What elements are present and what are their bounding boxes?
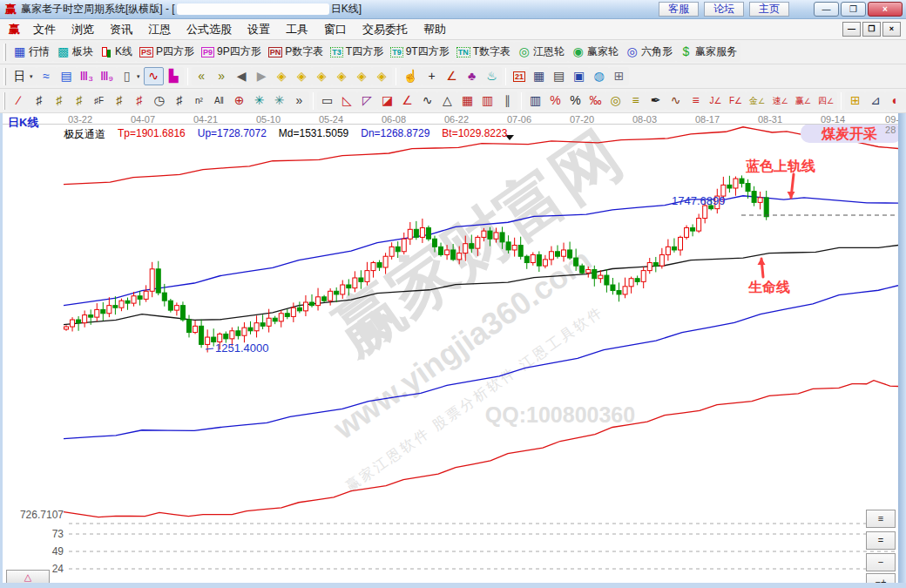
bars3-tool[interactable]: Ⅲ₃: [77, 67, 97, 85]
yellow-grid-button[interactable]: ⊞: [845, 91, 865, 110]
overflow-chevron[interactable]: »: [289, 91, 309, 110]
brush-tool[interactable]: ∕: [9, 91, 29, 110]
j-angle-tool[interactable]: J∠: [706, 91, 726, 110]
gold-level-tool[interactable]: ≡: [625, 91, 646, 110]
star-grid-tool[interactable]: ✳: [269, 91, 289, 110]
menu-item-1[interactable]: 浏览: [64, 19, 102, 40]
calculator-button[interactable]: ▦: [529, 67, 549, 85]
zigzag-draw-tool[interactable]: ∿: [417, 91, 437, 110]
candle-style-selector[interactable]: ▯▾: [117, 67, 144, 85]
fan-grid-tool[interactable]: ◸: [357, 91, 377, 110]
quotes-button[interactable]: ▦行情: [10, 42, 53, 62]
zoom-diamond-out[interactable]: ◈: [332, 67, 352, 85]
pan-hand-tool[interactable]: ☝: [400, 67, 422, 85]
zoom-diamond-in[interactable]: ◈: [312, 67, 332, 85]
menu-item-5[interactable]: 设置: [240, 19, 278, 40]
f-angle-tool[interactable]: F∠: [726, 91, 746, 110]
p9-square-button[interactable]: P99P四方形: [198, 42, 265, 62]
mdi-restore-button[interactable]: ❐: [862, 22, 881, 37]
kline-chart[interactable]: 赢家财富网www.yingjia360.com赢家江恩软件 股票分析软件 江恩工…: [3, 113, 898, 583]
print-button[interactable]: ⊞: [609, 67, 629, 85]
four-angle-tool[interactable]: 四∠: [815, 91, 837, 110]
rect-tool[interactable]: ▭: [317, 91, 337, 110]
calendar-button[interactable]: 21: [510, 69, 529, 84]
winner-wheel-button[interactable]: ◉赢家轮: [568, 42, 622, 62]
mirror-tool[interactable]: A‖: [209, 91, 229, 110]
star-web-tool[interactable]: ✳: [249, 91, 269, 110]
period-selector[interactable]: 日▾: [10, 67, 37, 85]
pen2-tool[interactable]: ✒: [646, 91, 666, 110]
zoom-diamond-right[interactable]: ◈: [292, 67, 312, 85]
menu-item-7[interactable]: 窗口: [316, 19, 355, 40]
grid-fan-tool[interactable]: ◪: [377, 91, 397, 110]
red-grid-tool-1[interactable]: ▦: [457, 91, 477, 110]
minimize-button[interactable]: —: [814, 2, 839, 17]
histogram-tool[interactable]: ▙: [164, 67, 184, 85]
menu-item-9[interactable]: 帮助: [416, 19, 454, 40]
restore-button[interactable]: ❐: [841, 2, 866, 17]
grid-tool-1[interactable]: ♯: [29, 91, 49, 110]
web-button[interactable]: ◍: [589, 67, 609, 85]
t-number-table-button[interactable]: TNT数字表: [453, 42, 514, 62]
titlebar-link-0[interactable]: 客服: [659, 2, 699, 17]
next-button[interactable]: ▶: [252, 67, 272, 85]
column-tool[interactable]: ▥: [525, 91, 545, 110]
winner-service-button[interactable]: $赢家服务: [676, 42, 740, 62]
triangle-tool[interactable]: △: [437, 91, 457, 110]
grid-spiral-tool[interactable]: ♯: [109, 91, 129, 110]
wave-tool[interactable]: ≈: [37, 67, 57, 85]
zoom-diamond-full[interactable]: ◈: [372, 67, 392, 85]
speed-angle-tool[interactable]: 速∠: [768, 91, 791, 110]
mdi-minimize-button[interactable]: —: [842, 22, 861, 37]
notepad-button[interactable]: ▤: [549, 67, 569, 85]
prev-button[interactable]: ◀: [232, 67, 252, 85]
menu-item-4[interactable]: 公式选股: [179, 19, 240, 40]
window-frame-right[interactable]: [898, 113, 906, 588]
menu-item-8[interactable]: 交易委托: [355, 19, 416, 40]
circle-cross-tool[interactable]: ⊕: [229, 91, 249, 110]
gann-fan-tool[interactable]: ◺: [337, 91, 357, 110]
gann-wheel-button[interactable]: ◎江恩轮: [514, 42, 568, 62]
zoom-diamond-left[interactable]: ◈: [272, 67, 292, 85]
ruler-circle-tool[interactable]: ◷: [149, 91, 169, 110]
p-square-button[interactable]: PSP四方形: [136, 42, 198, 62]
red-grid-tool-2[interactable]: ▥: [477, 91, 497, 110]
brain-tool[interactable]: ♨: [482, 67, 502, 85]
last-page-button[interactable]: »: [212, 67, 232, 85]
chart-switch-button[interactable]: ⊿: [865, 91, 885, 110]
grid-gold-tool-1[interactable]: ♯: [49, 91, 69, 110]
titlebar-link-1[interactable]: 论坛: [704, 2, 744, 17]
p-number-table-button[interactable]: PNP数字表: [265, 42, 328, 62]
percent-triangle-tool[interactable]: %: [545, 91, 565, 110]
angle-measure-tool[interactable]: ∠: [442, 67, 462, 85]
win-angle-tool[interactable]: 赢∠: [792, 91, 815, 110]
menu-item-6[interactable]: 工具: [278, 19, 316, 40]
kline-button[interactable]: K线: [97, 42, 136, 62]
angle-lines-tool[interactable]: ∠: [397, 91, 417, 110]
titlebar-link-2[interactable]: 主页: [749, 2, 789, 17]
gold-level-red-tool[interactable]: ≡: [686, 91, 706, 110]
close-button[interactable]: ×: [868, 2, 903, 17]
delta-pane-button[interactable]: △: [6, 570, 50, 583]
pane-add-button[interactable]: −+: [866, 573, 896, 583]
menu-item-0[interactable]: 文件: [25, 19, 64, 40]
t-square-button[interactable]: T3T四方形: [327, 42, 387, 62]
first-page-button[interactable]: «: [192, 67, 212, 85]
zigzag-tool[interactable]: ∿: [144, 67, 164, 85]
pane-layout-3-button[interactable]: ≡: [866, 510, 896, 528]
grid-gold-tool-2[interactable]: ♯: [69, 91, 89, 110]
menu-item-2[interactable]: 资讯: [102, 19, 140, 40]
parallel-tool[interactable]: ∥: [497, 91, 517, 110]
grid-tool-2[interactable]: ♯: [169, 91, 189, 110]
pane-layout-2-button[interactable]: =: [866, 531, 896, 550]
t9-square-button[interactable]: T99T四方形: [387, 42, 453, 62]
grid-f-tool[interactable]: ♯F: [89, 91, 109, 110]
zoom-diamond-all[interactable]: ◈: [352, 67, 372, 85]
crosshair-tool[interactable]: +: [422, 67, 442, 85]
mdi-close-button[interactable]: ×: [882, 22, 901, 37]
menu-item-3[interactable]: 江恩: [140, 19, 179, 40]
hexagon-button[interactable]: ◎六角形: [622, 42, 676, 62]
grid-pen-tool[interactable]: ♯: [129, 91, 149, 110]
save-button[interactable]: ▣: [569, 67, 589, 85]
percent-tool[interactable]: %: [565, 91, 585, 110]
